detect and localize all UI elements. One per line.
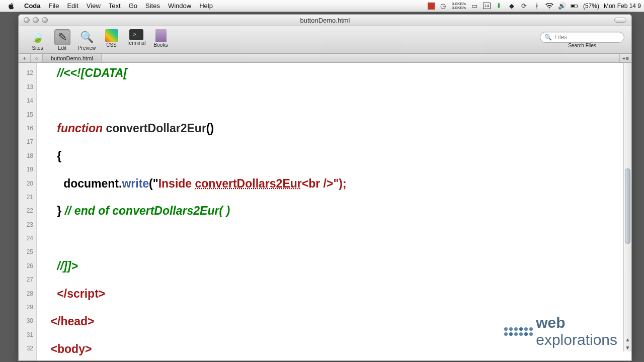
titlebar[interactable]: buttonDemo.html xyxy=(19,15,631,26)
download-icon[interactable]: ⬇ xyxy=(495,2,503,10)
battery-percent: (57%) xyxy=(583,3,599,10)
window-title: buttonDemo.html xyxy=(19,17,631,24)
toolbar-edit[interactable]: ✎Edit xyxy=(50,29,74,51)
search-icon: 🔍 xyxy=(544,34,552,41)
toolbar-css[interactable]: CSS xyxy=(100,29,123,51)
scrollbar-thumb[interactable] xyxy=(625,168,630,244)
battery-icon[interactable] xyxy=(571,2,579,10)
toolbar: 🍃Sites ✎Edit 🔍Preview CSS >_Terminal Boo… xyxy=(19,26,631,54)
scroll-down-arrow[interactable]: ▼ xyxy=(624,343,631,351)
new-tab-button[interactable]: ＋ xyxy=(19,54,31,62)
dropbox-icon[interactable]: ◆ xyxy=(508,2,516,10)
tab-overflow-button[interactable]: +≡ xyxy=(619,54,631,62)
editor-window: buttonDemo.html 🍃Sites ✎Edit 🔍Preview CS… xyxy=(18,14,632,361)
flag-icon[interactable] xyxy=(428,3,435,10)
terminal-icon: >_ xyxy=(129,29,143,40)
sites-icon: 🍃 xyxy=(30,29,46,45)
volume-icon[interactable]: 🔊 xyxy=(558,2,566,10)
code-editor[interactable]: 1112131415161718192021222324252627282930… xyxy=(19,63,631,360)
menu-bar: Coda File Edit View Text Go Sites Window… xyxy=(0,0,644,12)
menu-sites[interactable]: Sites xyxy=(141,2,164,10)
tab-bar: ＋ ○ buttonDemo.html +≡ xyxy=(19,54,631,63)
toolbar-sites[interactable]: 🍃Sites xyxy=(26,29,49,51)
menu-help[interactable]: Help xyxy=(195,2,217,10)
toolbar-preview[interactable]: 🔍Preview xyxy=(75,29,99,51)
menu-window[interactable]: Window xyxy=(164,2,195,10)
monitor-icon[interactable]: ▭ xyxy=(470,2,478,10)
line-gutter: 1112131415161718192021222324252627282930… xyxy=(19,63,37,360)
preview-icon: 🔍 xyxy=(79,29,95,45)
search-placeholder: Files xyxy=(554,34,567,41)
wifi-icon[interactable] xyxy=(545,2,553,10)
bluetooth-icon[interactable]: ᚼ xyxy=(533,2,541,10)
app-name[interactable]: Coda xyxy=(20,2,45,10)
calendar-icon[interactable]: 14 xyxy=(483,3,491,9)
menu-text[interactable]: Text xyxy=(105,2,125,10)
menu-file[interactable]: File xyxy=(45,2,63,10)
tab-buttondemo[interactable]: buttonDemo.html xyxy=(43,54,102,62)
clock-text[interactable]: Mon Feb 14 9 xyxy=(604,3,641,10)
css-icon xyxy=(105,29,118,42)
edit-icon: ✎ xyxy=(54,29,70,45)
clock-icon[interactable]: ◷ xyxy=(439,2,447,10)
search-label: Search Files xyxy=(568,43,596,48)
watermark-dots-icon xyxy=(504,327,533,336)
network-rates: 0.0KB/s0.0KB/s xyxy=(452,2,466,10)
watermark-logo: webexplorations xyxy=(504,314,617,348)
close-tab-button[interactable]: ○ xyxy=(31,54,43,62)
vertical-scrollbar[interactable]: ▲ ▼ xyxy=(623,63,631,351)
menu-extras: ◷ 0.0KB/s0.0KB/s ▭ 14 ⬇ ◆ ⟳ ᚼ 🔊 (57%) Mo… xyxy=(428,2,644,10)
menu-go[interactable]: Go xyxy=(125,2,141,10)
toolbar-books[interactable]: Books xyxy=(149,29,173,51)
sync-icon[interactable]: ⟳ xyxy=(520,2,528,10)
svg-rect-2 xyxy=(571,5,575,7)
toolbar-toggle-button[interactable] xyxy=(614,18,626,23)
menu-edit[interactable]: Edit xyxy=(63,2,82,10)
books-icon xyxy=(155,29,167,42)
menu-view[interactable]: View xyxy=(83,2,105,10)
toolbar-terminal[interactable]: >_Terminal xyxy=(124,29,148,51)
apple-menu-icon[interactable] xyxy=(6,3,16,10)
scroll-up-arrow[interactable]: ▲ xyxy=(624,335,631,343)
search-input[interactable]: 🔍 Files xyxy=(540,32,624,43)
svg-rect-1 xyxy=(577,5,578,7)
